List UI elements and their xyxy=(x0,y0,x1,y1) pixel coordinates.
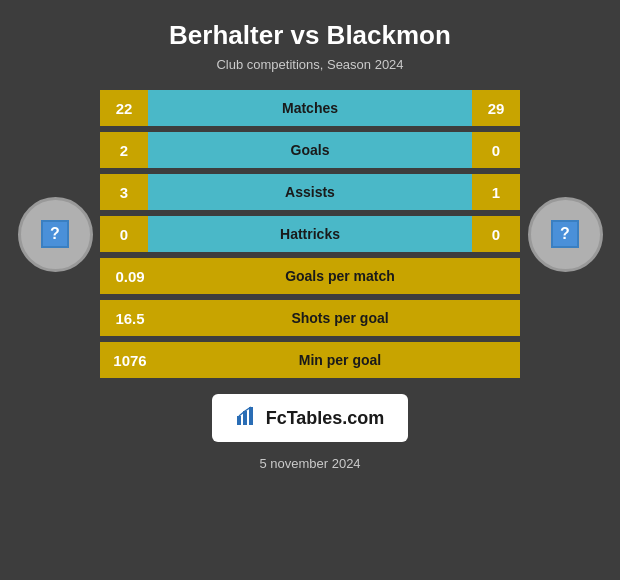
stat-label-matches: Matches xyxy=(148,90,472,126)
stat-row-matches: 22 Matches 29 xyxy=(100,90,520,126)
stat-row-goals-per-match: 0.09 Goals per match xyxy=(100,258,520,294)
stat-right-hattricks: 0 xyxy=(472,216,520,252)
stat-label-hattricks: Hattricks xyxy=(148,216,472,252)
stat-right-goals: 0 xyxy=(472,132,520,168)
avatar-circle-right: ? xyxy=(528,197,603,272)
stat-label-goals: Goals xyxy=(148,132,472,168)
footer-date: 5 november 2024 xyxy=(259,456,360,471)
stat-row-shots-per-goal: 16.5 Shots per goal xyxy=(100,300,520,336)
stat-row-goals: 2 Goals 0 xyxy=(100,132,520,168)
stat-left-goals-per-match: 0.09 xyxy=(100,258,160,294)
page-container: Berhalter vs Blackmon Club competitions,… xyxy=(0,0,620,580)
stat-left-goals: 2 xyxy=(100,132,148,168)
page-title: Berhalter vs Blackmon xyxy=(169,20,451,51)
stat-left-matches: 22 xyxy=(100,90,148,126)
stat-label-min-per-goal: Min per goal xyxy=(160,342,520,378)
avatar-left: ? xyxy=(10,197,100,272)
avatar-circle-left: ? xyxy=(18,197,93,272)
stat-row-min-per-goal: 1076 Min per goal xyxy=(100,342,520,378)
stat-row-assists: 3 Assists 1 xyxy=(100,174,520,210)
stats-rows: 22 Matches 29 2 Goals 0 3 Assists 1 0 Ha… xyxy=(100,90,520,378)
page-subtitle: Club competitions, Season 2024 xyxy=(216,57,403,72)
stat-right-matches: 29 xyxy=(472,90,520,126)
stat-left-hattricks: 0 xyxy=(100,216,148,252)
stats-area: ? 22 Matches 29 2 Goals 0 3 Assists 1 xyxy=(10,90,610,378)
avatar-right: ? xyxy=(520,197,610,272)
stat-left-min-per-goal: 1076 xyxy=(100,342,160,378)
stat-left-assists: 3 xyxy=(100,174,148,210)
avatar-question-left: ? xyxy=(41,220,69,248)
logo-area: FcTables.com xyxy=(212,394,409,442)
stat-left-shots-per-goal: 16.5 xyxy=(100,300,160,336)
logo-text: FcTables.com xyxy=(266,408,385,429)
stat-right-assists: 1 xyxy=(472,174,520,210)
stat-label-goals-per-match: Goals per match xyxy=(160,258,520,294)
stat-label-shots-per-goal: Shots per goal xyxy=(160,300,520,336)
svg-rect-2 xyxy=(249,407,253,425)
stat-label-assists: Assists xyxy=(148,174,472,210)
logo-chart-icon xyxy=(236,404,258,432)
svg-rect-0 xyxy=(237,416,241,425)
avatar-question-right: ? xyxy=(551,220,579,248)
stat-row-hattricks: 0 Hattricks 0 xyxy=(100,216,520,252)
